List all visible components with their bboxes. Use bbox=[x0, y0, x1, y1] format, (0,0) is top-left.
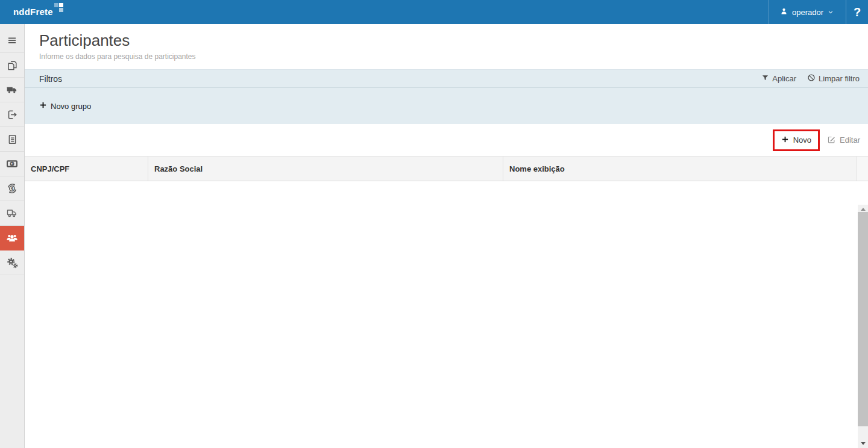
truck-icon bbox=[6, 84, 18, 96]
money-icon: 1 bbox=[6, 158, 18, 170]
table-body bbox=[25, 205, 868, 448]
apply-filter-label: Aplicar bbox=[772, 74, 796, 83]
column-header-cnpj-cpf[interactable]: CNPJ/CPF bbox=[25, 157, 148, 181]
filter-panel-header: Filtros Aplicar Limpar filtro bbox=[25, 70, 868, 88]
help-label: ? bbox=[854, 5, 861, 19]
page-title: Participantes bbox=[39, 31, 868, 50]
sidebar-menu-toggle[interactable] bbox=[0, 28, 24, 53]
plus-icon bbox=[781, 135, 789, 145]
currency-exchange-icon: $ bbox=[6, 182, 18, 194]
svg-text:1: 1 bbox=[11, 162, 13, 166]
sidebar-item-settings[interactable] bbox=[0, 250, 24, 275]
table-header: CNPJ/CPF Razão Social Nome exibição bbox=[25, 156, 868, 181]
help-button[interactable]: ? bbox=[846, 0, 868, 24]
sidebar-item-delivery[interactable] bbox=[0, 201, 24, 226]
sidebar-item-reports[interactable] bbox=[0, 127, 24, 152]
user-icon bbox=[780, 7, 788, 17]
clear-filter-label: Limpar filtro bbox=[819, 74, 860, 83]
topbar-right: operador ? bbox=[769, 0, 868, 24]
edit-pencil-icon bbox=[827, 135, 836, 146]
page-subtitle: Informe os dados para pesquisa de partic… bbox=[39, 52, 868, 61]
edit-button-label: Editar bbox=[840, 135, 860, 145]
clear-filter-button[interactable]: Limpar filtro bbox=[807, 73, 860, 84]
triangle-up-icon bbox=[861, 208, 866, 211]
sidebar-item-export[interactable] bbox=[0, 102, 24, 127]
scrollbar-thumb[interactable] bbox=[858, 212, 868, 426]
column-header-spacer bbox=[857, 157, 868, 181]
sidebar-item-documents[interactable] bbox=[0, 53, 24, 78]
new-button-label: Novo bbox=[793, 135, 811, 145]
participants-icon bbox=[5, 231, 19, 244]
svg-text:$: $ bbox=[10, 186, 13, 191]
logo-mark-icon bbox=[54, 3, 63, 12]
plus-icon bbox=[39, 101, 47, 111]
new-group-button[interactable]: Novo grupo bbox=[39, 101, 91, 111]
vertical-scrollbar[interactable] bbox=[858, 205, 868, 448]
logo-text: nddFrete bbox=[13, 6, 53, 18]
filter-actions: Aplicar Limpar filtro bbox=[761, 73, 860, 84]
apply-filter-button[interactable]: Aplicar bbox=[761, 74, 796, 84]
triangle-down-icon bbox=[861, 442, 866, 445]
sidebar-item-participants[interactable] bbox=[0, 226, 24, 250]
sidebar-item-freight[interactable] bbox=[0, 78, 24, 102]
table-action-row: Novo Editar bbox=[25, 124, 868, 156]
export-icon bbox=[7, 109, 18, 120]
filter-panel-title: Filtros bbox=[39, 74, 761, 84]
topbar: nddFrete operador ? bbox=[0, 0, 868, 24]
user-menu-label: operador bbox=[792, 8, 823, 17]
new-group-label: Novo grupo bbox=[51, 102, 91, 111]
settings-icon bbox=[6, 257, 19, 269]
chevron-down-icon bbox=[828, 8, 834, 17]
main-content: Participantes Informe os dados para pesq… bbox=[25, 24, 868, 448]
filter-panel-body: Novo grupo bbox=[25, 88, 868, 124]
column-header-razao-social[interactable]: Razão Social bbox=[148, 157, 503, 181]
column-header-nome-exibicao[interactable]: Nome exibição bbox=[503, 157, 857, 181]
filter-funnel-icon bbox=[761, 74, 769, 84]
filter-panel: Filtros Aplicar Limpar filtro bbox=[25, 69, 868, 124]
edit-button[interactable]: Editar bbox=[827, 135, 860, 146]
menu-icon bbox=[7, 35, 17, 46]
delivery-truck-icon bbox=[6, 207, 18, 219]
ban-icon bbox=[807, 73, 816, 84]
user-menu[interactable]: operador bbox=[769, 0, 846, 24]
sidebar: 1 $ bbox=[0, 24, 25, 448]
sidebar-item-payments[interactable]: 1 bbox=[0, 152, 24, 176]
new-button[interactable]: Novo bbox=[781, 135, 811, 145]
copy-icon bbox=[7, 60, 18, 71]
app-logo[interactable]: nddFrete bbox=[13, 6, 63, 18]
document-icon bbox=[7, 134, 18, 145]
scroll-down-button[interactable] bbox=[858, 439, 868, 448]
sidebar-item-currency-exchange[interactable]: $ bbox=[0, 176, 24, 201]
annotation-highlight-box: Novo bbox=[773, 129, 820, 151]
